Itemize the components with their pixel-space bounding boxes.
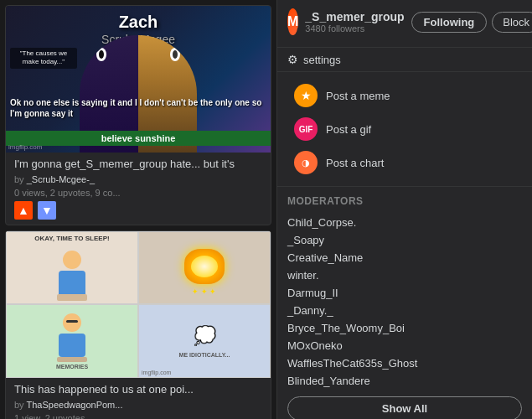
post-author-2: by ThaSpeedwagonPom... (14, 400, 262, 410)
post-meta-2: This has happened to us at one poi... by… (6, 378, 271, 419)
post-title-2: This has happened to us at one poi... (14, 383, 262, 397)
community-header: M _S_memer_group 3480 followers Followin… (277, 0, 532, 48)
post-image-1: Zach Scrub--Mcgee "The causes we make t (6, 6, 271, 153)
community-info: _S_memer_group 3480 followers (305, 10, 404, 34)
post-meta-1: I'm gonna get_S_memer_group hate... but … (6, 153, 271, 225)
settings-icon: ⚙ (287, 53, 298, 66)
mod-item-9[interactable]: Blinded_Yandere (287, 372, 522, 390)
post-card-2: OKAY, TIME TO SLEEP! ✦ ✦ ✦ (5, 230, 271, 419)
community-name: _S_memer_group (305, 10, 404, 23)
post-author-1: by _Scrub-Mcgee-_ (14, 174, 262, 184)
mod-item-4[interactable]: Darmug_II (287, 284, 522, 302)
meme1-imgflip: imgflip.com (8, 143, 42, 151)
meme2-cell-3: MEMORIES (6, 304, 138, 378)
post-chart-btn[interactable]: ◑ Post a chart (287, 146, 522, 179)
settings-row: ⚙ settings (277, 48, 532, 72)
chart-icon: ◑ (294, 151, 318, 174)
mod-item-7[interactable]: MOxOneko (287, 337, 522, 354)
post-stats-1: 0 views, 2 upvotes, 9 co... (14, 188, 262, 198)
post-image-2: OKAY, TIME TO SLEEP! ✦ ✦ ✦ (6, 231, 271, 378)
follow-button[interactable]: Following (411, 12, 488, 33)
meme2-cell4-label: ME IDIOTICALLY... (179, 352, 230, 358)
post-card-1: Zach Scrub--Mcgee "The causes we make t (5, 5, 271, 225)
mod-item-2[interactable]: Creative_Name (287, 249, 522, 266)
vote-row-1: ▲ ▼ (14, 201, 262, 220)
post-actions-section: ★ Post a meme GIF Post a gif ◑ Post a ch… (277, 72, 532, 187)
meme1-speech-text: Ok no one else is saying it and I I don'… (10, 97, 266, 119)
mod-item-5[interactable]: _Danny._ (287, 302, 522, 319)
settings-label[interactable]: settings (303, 54, 341, 66)
feed-panel: Zach Scrub--Mcgee "The causes we make t (0, 0, 276, 419)
moderators-section: Moderators Child_Corpse. _Soapy Creative… (277, 187, 532, 419)
downvote-btn-1[interactable]: ▼ (38, 201, 56, 220)
meme2-cell3-label: MEMORIES (56, 364, 88, 370)
meme1-quote-text: "The causes we make today..." (10, 48, 77, 69)
community-name-row: M _S_memer_group 3480 followers Followin… (287, 8, 522, 35)
post-stats-2: 1 view, 2 upvotes (14, 413, 262, 419)
sidebar-panel: M _S_memer_group 3480 followers Followin… (276, 0, 532, 419)
mod-item-1[interactable]: _Soapy (287, 231, 522, 249)
meme2-imgflip: imgflip.com (142, 370, 171, 375)
meme1-banner: believe sunshine (6, 131, 271, 146)
follower-count: 3480 followers (305, 23, 404, 34)
post-chart-label: Post a chart (326, 157, 384, 169)
mod-item-6[interactable]: Bryce_The_Woomy_Boi (287, 319, 522, 337)
meme2-cell-4: 💭 ME IDIOTICALLY... imgflip.com (138, 304, 271, 378)
upvote-btn-1[interactable]: ▲ (14, 201, 33, 220)
mod-item-0[interactable]: Child_Corpse. (287, 214, 522, 231)
post-meme-btn[interactable]: ★ Post a meme (287, 79, 522, 112)
meme2-cell1-text: OKAY, TIME TO SLEEP! (34, 235, 109, 243)
meme2-cell-1: OKAY, TIME TO SLEEP! (6, 231, 138, 305)
gif-icon: GIF (294, 117, 318, 141)
show-all-button[interactable]: Show All (287, 396, 522, 419)
meme1-name-text: Zach (119, 13, 158, 32)
post-gif-btn[interactable]: GIF Post a gif (287, 112, 522, 146)
post-title-1: I'm gonna get_S_memer_group hate... but … (14, 158, 262, 172)
author-link-2[interactable]: ThaSpeedwagonPom... (26, 400, 122, 410)
post-meme-label: Post a meme (326, 90, 390, 102)
meme2-cell-2: ✦ ✦ ✦ (138, 231, 271, 305)
author-link-1[interactable]: _Scrub-Mcgee-_ (27, 174, 95, 184)
mod-item-8[interactable]: WafflesTheCat635s_Ghost (287, 354, 522, 372)
meme-icon: ★ (294, 84, 318, 107)
community-avatar: M (287, 8, 298, 35)
post-gif-label: Post a gif (326, 123, 371, 136)
mod-item-3[interactable]: winter. (287, 266, 522, 284)
block-button[interactable]: Block (492, 12, 532, 33)
moderators-title: Moderators (287, 195, 522, 207)
